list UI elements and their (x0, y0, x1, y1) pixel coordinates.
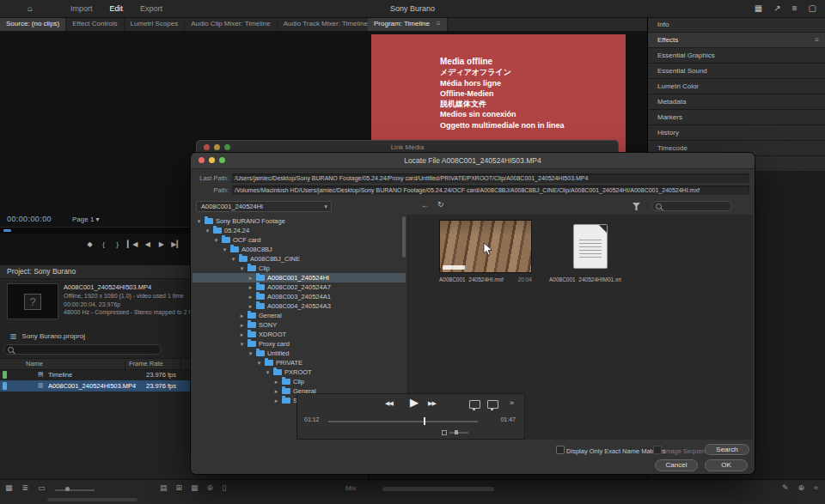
zoom-slider-knob[interactable] (65, 487, 70, 491)
result-item-a008c001-240524him01-xml[interactable]: A008C001_240524HIM01.xml (549, 220, 642, 282)
tree-item-a008c8bj-cine[interactable]: ▾A008C8BJ_CINE (192, 254, 406, 264)
panel-tab-lumetri-scopes[interactable]: Lumetri Scopes (125, 17, 186, 31)
panel-tab-history[interactable]: History (648, 125, 825, 141)
tree-item-untitled[interactable]: ▾Untitled (192, 349, 406, 358)
panel-tab-essential-graphics[interactable]: Essential Graphics (648, 48, 825, 64)
tree-item-clip[interactable]: ▾Clip (192, 264, 406, 273)
refresh-icon[interactable]: ↻ (437, 200, 444, 209)
tree-item-a008c002-240524a7[interactable]: ▸A008C002_240524A7 (192, 282, 406, 292)
project-search-field[interactable] (3, 344, 162, 355)
panel-tab-effects[interactable]: Effects≡ (648, 33, 825, 48)
go-to-in-icon[interactable]: ▎◀ (127, 240, 138, 248)
add-track-icon[interactable]: ⊕ (798, 483, 805, 492)
panel-tab-effect-controls[interactable]: Effect Controls (66, 17, 124, 31)
panel-tab-source-no-clips[interactable]: Source: (no clips) (0, 17, 66, 31)
quick-export-icon[interactable]: ↗ (773, 0, 780, 17)
play-icon[interactable]: ▶ (157, 240, 165, 248)
zoom-out-icon[interactable] (442, 430, 447, 435)
scrubber-thumb[interactable] (3, 229, 11, 232)
go-to-out-icon[interactable]: ▶▎ (171, 240, 181, 248)
location-dropdown[interactable]: A008C001_240524HI ▾ (196, 201, 332, 212)
filter-icon[interactable] (632, 203, 640, 210)
chevron-down-icon[interactable]: ▾ (196, 218, 202, 225)
tree-item-private[interactable]: ▾PRIVATE (192, 358, 406, 367)
chevron-down-icon[interactable]: ▾ (222, 246, 228, 253)
chevron-right-icon[interactable]: ▸ (248, 294, 254, 301)
add-marker-icon[interactable]: ◆ (86, 240, 94, 248)
compare-monitor-icon[interactable] (487, 400, 498, 409)
exact-name-option[interactable]: Display Only Exact Name Matches (556, 446, 666, 455)
dialog-search-field[interactable] (651, 201, 732, 211)
panel-menu-icon[interactable]: ≡ (437, 20, 441, 27)
mark-out-icon[interactable]: } (113, 240, 121, 248)
fast-forward-icon[interactable]: ▶▶ (428, 400, 436, 407)
tree-item-ocf-card[interactable]: ▾OCF card (192, 235, 406, 245)
tree-item-05-24-24[interactable]: ▾05.24.24 (192, 226, 406, 235)
cancel-button[interactable]: Cancel (655, 459, 698, 471)
column-divider[interactable] (125, 359, 125, 369)
tree-item-a008c8bj[interactable]: ▾A008C8BJ (192, 245, 406, 254)
project-file-row[interactable]: ▥ Sony Burano.proproj (10, 332, 85, 340)
chevron-right-icon[interactable]: ▸ (273, 398, 279, 404)
chevron-right-icon[interactable]: ▸ (239, 313, 245, 319)
tree-item-sony-burano-footage[interactable]: ▾Sony BURANO Footage (192, 216, 406, 226)
step-back-icon[interactable]: ◀ (144, 240, 151, 248)
tree-scrollbar[interactable] (402, 216, 406, 258)
chevron-right-icon[interactable]: ▸ (248, 284, 254, 291)
stacked-panels-icon[interactable]: ≡ (792, 0, 798, 17)
timeline-horizontal-scrollbar[interactable] (382, 487, 494, 491)
chevron-right-icon[interactable]: ▸ (239, 331, 245, 338)
list-view-icon[interactable]: ≣ (22, 483, 29, 492)
chevron-right-icon[interactable]: ▸ (273, 388, 279, 395)
panel-horizontal-scrollbar[interactable] (47, 498, 138, 501)
chevron-right-icon[interactable]: ▸ (248, 303, 254, 310)
chevron-down-icon[interactable]: ▾ (256, 360, 262, 367)
tree-item-pxroot[interactable]: ▾PXROOT (192, 367, 406, 377)
back-icon[interactable]: ← (421, 200, 430, 209)
preview-zoom-knob[interactable] (455, 430, 458, 434)
new-bin-icon[interactable]: ⊞ (176, 483, 183, 492)
snap-icon[interactable]: ≈ (814, 483, 818, 492)
mark-in-icon[interactable]: { (100, 240, 107, 248)
minimize-icon[interactable] (209, 157, 215, 163)
chevron-right-icon[interactable]: ▸ (239, 322, 245, 329)
tree-item-sony[interactable]: ▸SONY (192, 320, 406, 330)
panel-tab-audio-track-mixer-timeline[interactable]: Audio Track Mixer: Timeline (278, 17, 375, 31)
play-icon[interactable]: ▶ (410, 396, 419, 409)
chevron-down-icon[interactable]: ▾ (248, 350, 254, 357)
tree-item-clip[interactable]: ▸Clip (192, 377, 406, 386)
exact-name-checkbox[interactable] (556, 446, 565, 454)
tab-program-timeline[interactable]: Program: Timeline≡ (368, 17, 448, 31)
tree-item-a008c001-240524hi[interactable]: ▸A008C001_240524HI (192, 273, 406, 282)
preview-monitor-icon[interactable] (469, 400, 480, 409)
panel-tab-essential-sound[interactable]: Essential Sound (648, 64, 825, 79)
chevron-right-icon[interactable]: ▸ (248, 275, 254, 282)
chevron-down-icon[interactable]: ▾ (230, 256, 236, 263)
panel-tab-markers[interactable]: Markers (648, 110, 825, 125)
icon-view-icon[interactable]: ▦ (5, 483, 13, 492)
chevron-down-icon[interactable]: ▾ (213, 237, 219, 244)
more-controls-icon[interactable]: » (510, 398, 514, 407)
preview-zoom-slider[interactable] (449, 432, 468, 434)
chevron-down-icon[interactable]: ▾ (239, 341, 245, 348)
panel-tab-info[interactable]: Info (648, 17, 825, 33)
dialog-title-bar[interactable]: Locate File A008C001_240524HI503.MP4 (191, 153, 755, 169)
close-icon[interactable] (199, 157, 205, 163)
menu-tab-export[interactable]: Export (138, 0, 164, 17)
new-item-icon[interactable]: ⊕ (207, 483, 214, 492)
pen-tool-icon[interactable]: ✎ (782, 483, 789, 492)
label-color-chip[interactable] (3, 382, 7, 390)
maximize-icon[interactable]: ▢ (809, 0, 816, 17)
tree-item-a008c003-240524a1[interactable]: ▸A008C003_240524A1 (192, 292, 406, 301)
home-icon[interactable]: ⌂ (28, 0, 33, 17)
panel-tab-audio-clip-mixer-timeline[interactable]: Audio Clip Mixer: Timeline (185, 17, 277, 31)
ok-button[interactable]: OK (705, 459, 748, 471)
preview-playhead[interactable] (424, 417, 425, 425)
delete-icon[interactable]: ▯ (222, 483, 226, 492)
tree-item-xdroot[interactable]: ▸XDROOT (192, 330, 406, 339)
search-button[interactable]: Search (705, 444, 749, 455)
tree-item-a008c004-240524a3[interactable]: ▸A008C004_240524A3 (192, 301, 406, 311)
thumbnail-view-icon[interactable]: ▦ (191, 483, 199, 492)
panel-tab-metadata[interactable]: Metadata (648, 94, 825, 110)
chevron-down-icon[interactable]: ▾ (205, 228, 211, 234)
